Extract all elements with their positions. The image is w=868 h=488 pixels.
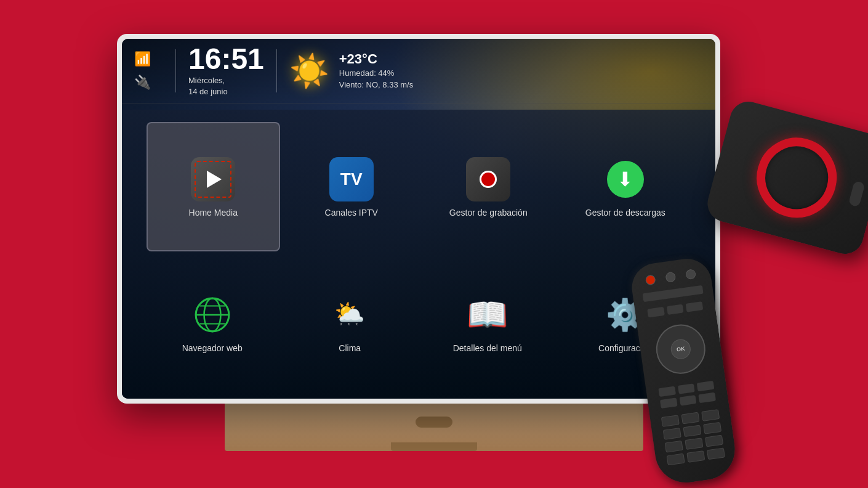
remote-btn-3[interactable] <box>685 269 696 280</box>
num-5[interactable] <box>683 425 701 437</box>
apps-row-1: Home Media TV Canales IPTV Gestor de gra… <box>147 122 691 251</box>
app-canales-iptv[interactable]: TV Canales IPTV <box>286 122 417 251</box>
num-6[interactable] <box>703 422 721 434</box>
num-7[interactable] <box>665 441 683 453</box>
remote-btn-a[interactable] <box>647 307 664 318</box>
clima-label: Clima <box>339 343 361 354</box>
sun-icon: ☀️ <box>289 52 329 90</box>
remote-btn-2[interactable] <box>665 272 676 283</box>
remote-numpad <box>649 404 736 471</box>
wifi-icon: 📶 <box>134 51 151 67</box>
detalles-menu-label: Detalles del menú <box>453 343 522 354</box>
temperature-display: +23°C <box>339 51 413 67</box>
tv-screen: 📶 🔌 16:51 Miércoles, 14 de junio ☀️ +23°… <box>122 39 715 399</box>
download-cloud-icon: ⬇ <box>607 161 644 198</box>
remote-lower-f[interactable] <box>699 392 716 404</box>
home-media-icon <box>191 157 235 201</box>
remote-lower-e[interactable] <box>679 395 696 406</box>
download-icon-wrap: ⬇ <box>603 157 648 201</box>
navegador-web-label: Navegador web <box>182 343 243 354</box>
time-display: 16:51 <box>188 44 264 74</box>
num-4[interactable] <box>663 428 681 440</box>
cloud-sun-icon: ⛅ <box>334 300 365 325</box>
apps-row-2: Navegador web ⛅ * * * Clima 📖 Detalles d… <box>147 258 691 387</box>
web-icon-wrap <box>190 293 235 337</box>
remote-lower-c[interactable] <box>697 381 714 392</box>
app-home-media[interactable]: Home Media <box>147 122 280 251</box>
date-display: Miércoles, 14 de junio <box>188 75 264 97</box>
recording-icon-wrap <box>466 157 510 201</box>
num-8[interactable] <box>685 437 703 450</box>
remote-ok-button[interactable]: OK <box>670 338 692 360</box>
remote-dpad[interactable]: OK <box>653 321 709 376</box>
num-9[interactable] <box>705 435 723 447</box>
time-block: 16:51 Miércoles, 14 de junio <box>188 44 264 97</box>
remote-btn-1[interactable] <box>645 274 656 285</box>
app-gestor-descargas[interactable]: ⬇ Gestor de descargas <box>560 122 691 251</box>
date-line1: Miércoles, <box>188 76 225 85</box>
weather-text: +23°C Humedad: 44% Viento: NO, 8.33 m/s <box>339 51 413 91</box>
tv-stand-handle <box>416 417 452 428</box>
num-hash[interactable] <box>707 447 725 460</box>
globe-svg <box>193 296 231 334</box>
apps-area: Home Media TV Canales IPTV Gestor de gra… <box>122 110 715 399</box>
gestor-grabacion-label: Gestor de grabación <box>449 208 528 218</box>
home-media-label: Home Media <box>189 208 238 218</box>
app-clima[interactable]: ⛅ * * * Clima <box>284 258 416 387</box>
date-line2: 14 de junio <box>188 87 228 96</box>
stb-ring <box>748 129 846 227</box>
remote-btn-c[interactable] <box>686 301 703 312</box>
num-3[interactable] <box>701 409 720 421</box>
iptv-icon: TV <box>329 157 374 201</box>
humidity-display: Humedad: 44% <box>339 67 413 79</box>
weather-icon-wrap: ⛅ * * * <box>328 293 372 337</box>
canales-iptv-label: Canales IPTV <box>325 208 378 218</box>
stb-button[interactable] <box>848 181 866 207</box>
gestor-descargas-label: Gestor de descargas <box>585 208 665 218</box>
divider-2 <box>276 49 277 92</box>
remote-lower-d[interactable] <box>660 397 677 409</box>
app-gestor-grabacion[interactable]: Gestor de grabación <box>423 122 554 251</box>
tv-frame: 📶 🔌 16:51 Miércoles, 14 de junio ☀️ +23°… <box>117 34 720 404</box>
app-detalles-menu[interactable]: 📖 Detalles del menú <box>422 258 553 387</box>
book-icon: 📖 <box>467 295 508 334</box>
play-icon <box>207 171 222 188</box>
snow-dots: * * * <box>340 322 360 329</box>
num-1[interactable] <box>661 415 680 427</box>
record-dot <box>480 171 497 188</box>
num-star[interactable] <box>667 453 685 466</box>
status-icons: 📶 🔌 <box>134 51 151 91</box>
weather-block: ☀️ +23°C Humedad: 44% Viento: NO, 8.33 m… <box>289 51 413 91</box>
remote-btn-b[interactable] <box>667 304 684 315</box>
header-bar: 📶 🔌 16:51 Miércoles, 14 de junio ☀️ +23°… <box>122 39 715 104</box>
wind-display: Viento: NO, 8.33 m/s <box>339 79 413 91</box>
network-icon: 🔌 <box>134 75 151 91</box>
remote-lower-a[interactable] <box>658 386 675 397</box>
num-2[interactable] <box>681 412 700 425</box>
num-0[interactable] <box>686 450 705 463</box>
divider-1 <box>175 49 176 92</box>
remote-lower-b[interactable] <box>678 383 695 394</box>
tv-label: TV <box>340 169 363 189</box>
app-navegador-web[interactable]: Navegador web <box>147 258 278 387</box>
menu-icon-wrap: 📖 <box>465 293 510 337</box>
